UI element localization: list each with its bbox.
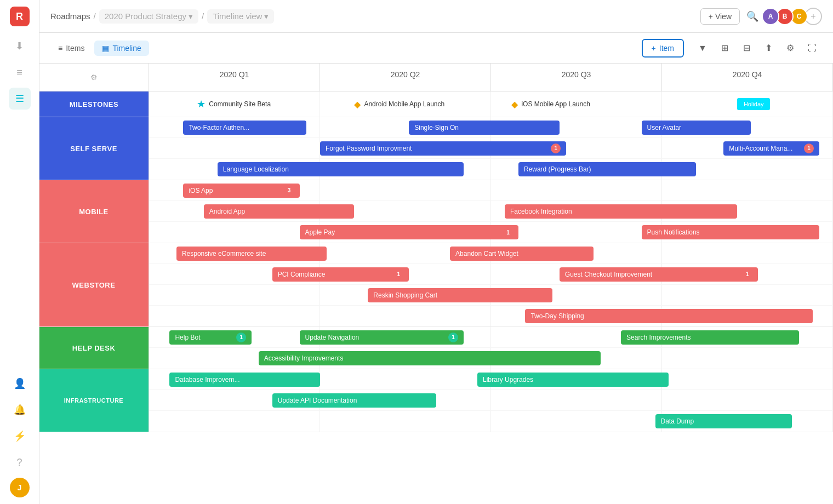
bar-search-improvements[interactable]: Search Improvements — [621, 330, 798, 345]
avatar-1[interactable]: A — [762, 8, 779, 25]
add-view-button[interactable]: + View — [700, 8, 740, 25]
bar-update-api[interactable]: Update API Documentation — [272, 393, 437, 408]
webstore-rows: Responsive eCommerce site Abandon Cart W… — [149, 243, 833, 327]
bar-facebook[interactable]: Facebook Integration — [505, 204, 737, 219]
badge-guest: 1 — [743, 270, 752, 279]
sidebar-roadmap[interactable]: ☰ — [9, 88, 31, 110]
bar-android-app[interactable]: Android App — [204, 204, 355, 219]
bar-responsive-ecommerce[interactable]: Responsive eCommerce site — [176, 247, 327, 261]
bar-forgot-password[interactable]: Forgot Password Improvment 1 — [320, 141, 566, 156]
milestone-android[interactable]: ◆ Android Mobile App Launch — [354, 99, 444, 110]
quarter-q3: 2020 Q3 — [491, 64, 662, 91]
bar-guest-checkout[interactable]: Guest Checkout Improvement 1 — [560, 267, 758, 282]
bar-accessibility[interactable]: Accessibility Improvements — [259, 351, 601, 365]
add-item-button[interactable]: + Item — [642, 39, 684, 58]
star-icon: ★ — [197, 98, 206, 110]
toolbar-icons: ▼ ⊞ ⊟ ⬆ ⚙ ⛶ — [693, 38, 822, 58]
timeline-content[interactable]: ⚙ 2020 Q1 2020 Q2 2020 Q3 2020 Q4 MILEST… — [39, 64, 833, 504]
milestone-holiday[interactable]: Holiday — [737, 98, 770, 110]
milestones-timeline: ★ Community Site Beta ◆ Android Mobile A… — [149, 91, 833, 117]
bar-ios-app[interactable]: iOS App 3 — [183, 184, 299, 198]
item-row: Database Improvem... Library Upgrades — [149, 369, 833, 390]
sidebar-bell[interactable]: 🔔 — [9, 399, 31, 421]
sidebar-bolt[interactable]: ⚡ — [9, 425, 31, 447]
timeline-wrapper: ⚙ 2020 Q1 2020 Q2 2020 Q3 2020 Q4 MILEST… — [39, 64, 833, 432]
item-row: iOS App 3 — [149, 180, 833, 201]
header-label-col: ⚙ — [39, 64, 149, 91]
item-row: Android App Facebook Integration — [149, 201, 833, 222]
timeline-icon: ▦ — [102, 44, 109, 53]
quarter-header: ⚙ 2020 Q1 2020 Q2 2020 Q3 2020 Q4 — [39, 64, 833, 91]
sidebar: R ⬇ ≡ ☰ 👤 🔔 ⚡ ? J — [0, 0, 39, 504]
export-button[interactable]: ⬆ — [758, 38, 778, 58]
help-desk-label-wrapper: HELP DESK — [39, 327, 149, 369]
bar-library-upgrades[interactable]: Library Upgrades — [477, 373, 669, 387]
bar-two-factor[interactable]: Two-Factor Authen... — [183, 121, 306, 135]
bar-push-notifications[interactable]: Push Notifications — [642, 225, 819, 239]
milestones-label: MILESTONES — [39, 91, 149, 117]
milestone-ios[interactable]: ◆ iOS Mobile App Launch — [511, 99, 590, 110]
settings-button[interactable]: ⚙ — [780, 38, 800, 58]
topnav-actions: + View 🔍 A B C + — [700, 8, 822, 25]
breadcrumb-root[interactable]: Roadmaps — [50, 12, 90, 21]
user-avatar[interactable]: J — [10, 478, 30, 497]
bar-pci-compliance[interactable]: PCI Compliance 1 — [272, 267, 409, 282]
milestone-community[interactable]: ★ Community Site Beta — [197, 98, 271, 110]
bar-reskin-cart[interactable]: Reskin Shopping Cart — [368, 288, 552, 302]
bar-help-bot[interactable]: Help Bot 1 — [169, 330, 252, 345]
bar-update-navigation[interactable]: Update Navigation 1 — [300, 330, 464, 345]
search-icon[interactable]: 🔍 — [746, 10, 758, 22]
app-logo[interactable]: R — [10, 7, 30, 26]
view-dropdown[interactable]: Timeline view ▾ — [207, 9, 274, 24]
item-row: Reskin Shopping Cart — [149, 285, 833, 306]
bar-multi-account[interactable]: Multi-Account Mana... 1 — [723, 141, 819, 156]
badge-ios: 3 — [284, 186, 294, 196]
list-icon: ≡ — [58, 44, 62, 53]
category-mobile: MOBILE iOS App 3 Android App Facebook In… — [39, 180, 833, 243]
bar-language[interactable]: Language Localization — [218, 162, 464, 176]
webstore-label-wrapper: WEBSTORE — [39, 243, 149, 327]
quarter-q4: 2020 Q4 — [662, 64, 833, 91]
tab-timeline[interactable]: ▦ Timeline — [94, 41, 149, 56]
item-row: Help Bot 1 Update Navigation 1 Search Im… — [149, 327, 833, 348]
fullscreen-button[interactable]: ⛶ — [802, 38, 822, 58]
bar-user-avatar[interactable]: User Avatar — [642, 121, 751, 135]
item-row: Data Dump — [149, 411, 833, 432]
infrastructure-label: INFRASTRUCTURE — [39, 369, 149, 432]
item-row: PCI Compliance 1 Guest Checkout Improvem… — [149, 264, 833, 285]
item-row: Responsive eCommerce site Abandon Cart W… — [149, 243, 833, 264]
item-row: Language Localization Reward (Progress B… — [149, 159, 833, 180]
bar-two-day-shipping[interactable]: Two-Day Shipping — [525, 309, 812, 323]
sidebar-contacts[interactable]: 👤 — [9, 373, 31, 394]
infrastructure-label-wrapper: INFRASTRUCTURE — [39, 369, 149, 432]
holiday-box: Holiday — [737, 98, 770, 110]
item-row: Two-Factor Authen... Single-Sign On User… — [149, 117, 833, 138]
bar-apple-pay[interactable]: Apple Pay 1 — [300, 225, 518, 239]
view-switch-button[interactable]: ⊟ — [737, 38, 756, 58]
bar-database[interactable]: Database Improvem... — [169, 373, 320, 387]
badge-pci: 1 — [393, 270, 403, 279]
quarter-columns: 2020 Q1 2020 Q2 2020 Q3 2020 Q4 — [149, 64, 833, 91]
project-dropdown[interactable]: 2020 Product Strategy ▾ — [99, 9, 198, 24]
quarter-q2: 2020 Q2 — [320, 64, 491, 91]
sidebar-help[interactable]: ? — [9, 451, 31, 473]
top-navigation: Roadmaps / 2020 Product Strategy ▾ / Tim… — [39, 0, 833, 33]
bar-reward[interactable]: Reward (Progress Bar) — [518, 162, 696, 176]
webstore-label: WEBSTORE — [39, 243, 149, 327]
sidebar-list[interactable]: ≡ — [9, 61, 31, 83]
timeline-settings-icon[interactable]: ⚙ — [90, 73, 98, 82]
quarter-q1: 2020 Q1 — [149, 64, 320, 91]
breadcrumb-sep2: / — [202, 12, 204, 21]
category-self-serve: SELF SERVE Two-Factor Authen... Single-S… — [39, 117, 833, 180]
bar-abandon-cart[interactable]: Abandon Cart Widget — [450, 247, 594, 261]
group-button[interactable]: ⊞ — [715, 38, 734, 58]
filter-button[interactable]: ▼ — [693, 38, 712, 58]
sidebar-download[interactable]: ⬇ — [9, 35, 31, 57]
item-row: Apple Pay 1 Push Notifications — [149, 222, 833, 243]
toolbar: ≡ Items ▦ Timeline + Item ▼ ⊞ ⊟ ⬆ ⚙ ⛶ — [39, 33, 833, 64]
self-serve-label: SELF SERVE — [39, 117, 149, 180]
bar-data-dump[interactable]: Data Dump — [655, 414, 792, 428]
tab-items[interactable]: ≡ Items — [50, 41, 92, 56]
chevron-down-icon-2: ▾ — [264, 12, 269, 21]
bar-single-sign-on[interactable]: Single-Sign On — [409, 121, 560, 135]
